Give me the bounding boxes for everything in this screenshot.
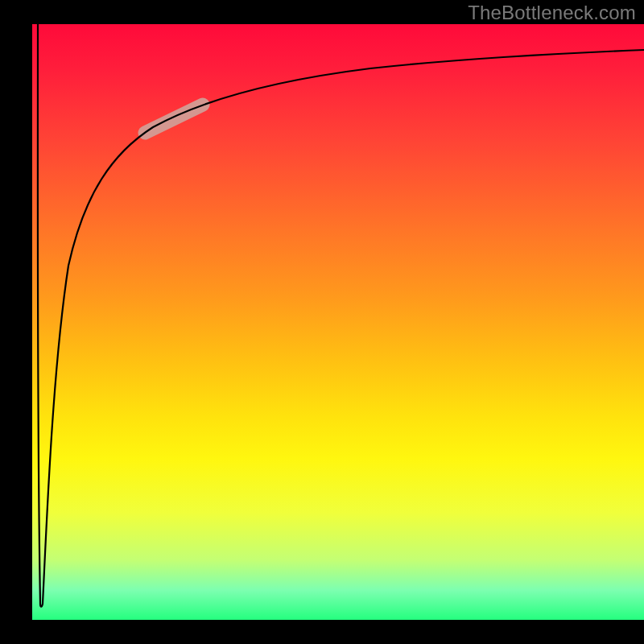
plot-gradient-background <box>32 24 644 620</box>
attribution-label: TheBottleneck.com <box>468 2 636 24</box>
chart-stage: TheBottleneck.com <box>0 0 644 644</box>
